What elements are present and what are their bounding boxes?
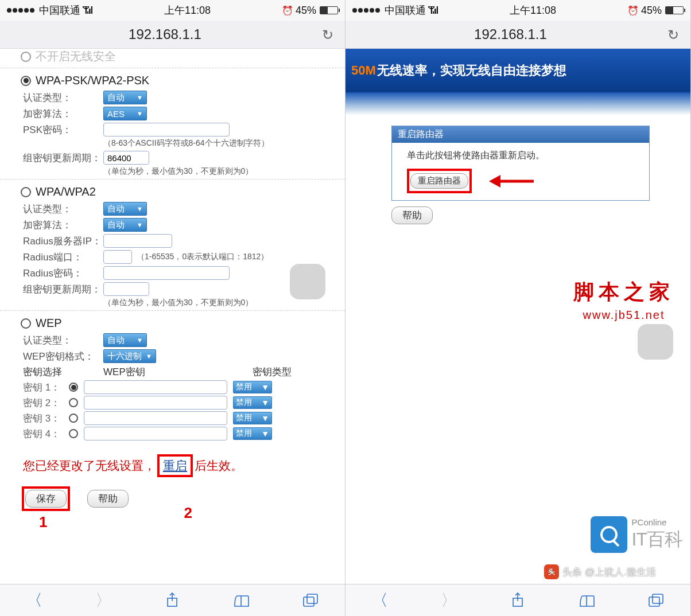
restart-link[interactable]: 重启 — [163, 459, 187, 472]
reload-icon[interactable]: ↻ — [322, 27, 337, 42]
url-bar[interactable]: 192.168.1.1 ↻ — [0, 21, 345, 49]
auth-type-select[interactable]: 自动▼ — [103, 91, 147, 104]
carrier-label: 中国联通 — [385, 3, 426, 17]
watermark-url: www.jb51.net — [573, 309, 674, 322]
radius-port-input[interactable] — [103, 250, 132, 264]
group-key-input[interactable] — [103, 282, 149, 296]
chevron-down-icon: ▼ — [261, 383, 269, 392]
right-screenshot: 中国联通 📶︎ 上午11:08 ⏰ 45% 192.168.1.1 ↻ 50M … — [346, 0, 691, 616]
annotation-box-save: 保存 — [22, 486, 70, 511]
radius-ip-input[interactable] — [103, 234, 172, 248]
wep-key-row-1: 密钥 1：禁用▼ — [23, 380, 332, 394]
bookmarks-icon[interactable] — [579, 592, 596, 609]
tabs-icon[interactable] — [647, 592, 665, 609]
enc-algo-select[interactable]: 自动▼ — [103, 218, 147, 232]
psk-hint: （8-63个ASCII码字符或8-64个十六进制字符） — [103, 138, 332, 149]
radio-icon[interactable] — [69, 414, 78, 423]
watermark-jb51: 脚本之家 www.jb51.net — [573, 278, 674, 322]
wep-fmt-select[interactable]: 十六进制▼ — [103, 349, 156, 363]
pconline-en: PConline — [632, 517, 682, 527]
radio-icon[interactable] — [21, 76, 31, 86]
reboot-panel: 重启路由器 单击此按钮将使路由器重新启动。 重启路由器 — [391, 126, 650, 201]
psk-password-input[interactable] — [103, 123, 230, 137]
share-icon[interactable] — [164, 592, 181, 609]
group-key-label: 组密钥更新周期： — [23, 151, 103, 165]
chevron-down-icon: ▼ — [137, 205, 143, 212]
share-icon[interactable] — [509, 592, 526, 609]
key-type-select[interactable]: 禁用▼ — [233, 381, 272, 393]
reload-icon[interactable]: ↻ — [667, 27, 682, 42]
wep-fmt-label: WEP密钥格式： — [23, 350, 103, 363]
watermark-toutiao: 头 头条 @上犹人.微生活 — [544, 564, 656, 579]
wep-key-input[interactable] — [84, 396, 227, 410]
panel-title: 重启路由器 — [392, 126, 649, 143]
chevron-down-icon: ▼ — [137, 337, 143, 344]
wep-key-row-3: 密钥 3：禁用▼ — [23, 411, 332, 425]
wep-key-row-4: 密钥 4：禁用▼ — [23, 427, 332, 440]
banner-text: 无线速率，实现无线自由连接梦想 — [377, 62, 566, 79]
option-label: WEP — [36, 317, 62, 330]
tabs-icon[interactable] — [302, 592, 319, 609]
watermark-pconline: PConline IT百科 — [591, 516, 682, 553]
chevron-down-icon: ▼ — [137, 94, 143, 101]
enc-algo-select[interactable]: AES▼ — [103, 107, 147, 120]
wep-key-input[interactable] — [84, 411, 227, 425]
banner-speed: 50M — [351, 63, 376, 78]
reboot-button[interactable]: 重启路由器 — [410, 173, 468, 189]
back-icon[interactable]: 〈 — [26, 592, 43, 609]
auth-type-select[interactable]: 自动▼ — [103, 202, 147, 216]
assistive-touch-icon[interactable] — [290, 264, 325, 299]
alarm-icon: ⏰ — [282, 5, 293, 16]
bookmarks-icon[interactable] — [233, 592, 250, 609]
back-icon[interactable]: 〈 — [371, 592, 389, 609]
option-wep[interactable]: WEP — [21, 317, 332, 330]
browser-bottom-nav: 〈 〉 — [0, 584, 345, 616]
toutiao-icon: 头 — [544, 564, 559, 579]
key-select-label: 密钥选择 — [23, 365, 103, 379]
group-key-hint: （单位为秒，最小值为30，不更新则为0） — [103, 166, 332, 177]
radius-port-hint: （1-65535，0表示默认端口：1812） — [137, 252, 269, 262]
radio-icon[interactable] — [21, 318, 31, 329]
help-button[interactable]: 帮助 — [391, 206, 433, 224]
forward-icon: 〉 — [95, 592, 112, 609]
option-wpa[interactable]: WPA/WPA2 — [21, 185, 332, 198]
option-disable-security[interactable]: 不开启无线安全 — [21, 49, 332, 64]
key-type-select[interactable]: 禁用▼ — [233, 427, 272, 440]
key-type-select[interactable]: 禁用▼ — [233, 412, 272, 424]
option-wpa-psk[interactable]: WPA-PSK/WPA2-PSK — [21, 74, 332, 87]
wep-key-input[interactable] — [84, 380, 227, 394]
signal-dots-icon — [7, 8, 34, 13]
panel-info: 单击此按钮将使路由器重新启动。 — [407, 150, 634, 162]
wifi-icon: 📶︎ — [83, 5, 93, 17]
radius-pw-input[interactable] — [103, 266, 230, 280]
chevron-down-icon: ▼ — [261, 414, 269, 423]
wifi-icon: 📶︎ — [428, 5, 438, 17]
status-bar: 中国联通 📶︎ 上午11:08 ⏰ 45% — [346, 0, 690, 21]
radio-icon[interactable] — [21, 187, 31, 197]
group-key-label: 组密钥更新周期： — [23, 283, 103, 296]
annotation-2: 2 — [184, 504, 192, 531]
status-bar: 中国联通 📶︎ 上午11:08 ⏰ 45% — [0, 0, 345, 21]
radio-icon[interactable] — [69, 398, 78, 407]
option-label: WPA/WPA2 — [36, 185, 96, 198]
alarm-icon: ⏰ — [627, 5, 639, 16]
group-key-input[interactable] — [103, 151, 149, 165]
enc-algo-label: 加密算法： — [23, 219, 103, 232]
radius-pw-label: Radius密码： — [23, 267, 103, 280]
svg-rect-3 — [307, 594, 317, 603]
key-type-select[interactable]: 禁用▼ — [233, 396, 272, 409]
radio-icon[interactable] — [21, 52, 31, 62]
auth-type-select[interactable]: 自动▼ — [103, 333, 147, 347]
key-col-label: WEP密钥 — [103, 365, 253, 379]
chevron-down-icon: ▼ — [261, 398, 269, 407]
save-button[interactable]: 保存 — [25, 490, 67, 508]
url-text: 192.168.1.1 — [8, 26, 322, 42]
forward-icon: 〉 — [440, 592, 457, 609]
help-button[interactable]: 帮助 — [87, 490, 129, 508]
url-bar[interactable]: 192.168.1.1 ↻ — [346, 21, 690, 49]
wep-key-input[interactable] — [84, 427, 227, 440]
assistive-touch-icon[interactable] — [638, 324, 673, 360]
radio-icon[interactable] — [69, 429, 78, 438]
toutiao-text: 头条 @上犹人.微生活 — [562, 566, 656, 579]
radio-icon[interactable] — [69, 383, 78, 392]
